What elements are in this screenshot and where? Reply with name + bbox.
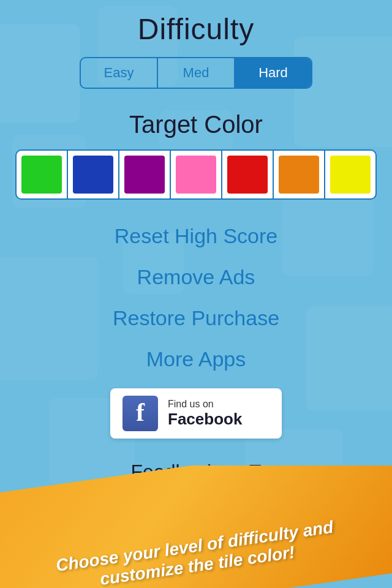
restore-purchase-button[interactable]: Restore Purchase [113,306,279,330]
more-apps-button[interactable]: More Apps [146,347,246,371]
difficulty-hard-button[interactable]: Hard [235,58,311,88]
remove-ads-button[interactable]: Remove Ads [137,265,255,289]
facebook-text: Find us on Facebook [168,399,242,429]
difficulty-segmented-control: Easy Med Hard [80,57,312,89]
reset-high-score-button[interactable]: Reset High Score [115,224,277,248]
main-content: Difficulty Easy Med Hard Target Color Re [0,0,392,483]
color-swatches [15,149,377,200]
difficulty-title: Difficulty [138,12,255,46]
swatch-pink[interactable] [171,151,222,198]
facebook-icon: f [123,396,158,431]
facebook-name-label: Facebook [168,410,242,429]
swatch-green[interactable] [17,151,68,198]
facebook-f-letter: f [136,399,145,425]
target-color-title: Target Color [129,111,263,138]
difficulty-med-button[interactable]: Med [158,58,235,88]
swatch-purple[interactable] [119,151,171,198]
swatch-yellow[interactable] [325,151,375,198]
bottom-banner: Choose your level of difficulty and cust… [0,466,392,588]
facebook-button[interactable]: f Find us on Facebook [110,388,282,439]
swatch-blue[interactable] [68,151,119,198]
difficulty-easy-button[interactable]: Easy [81,58,158,88]
swatch-red[interactable] [222,151,274,198]
swatch-orange[interactable] [274,151,325,198]
facebook-find-label: Find us on [168,399,242,410]
